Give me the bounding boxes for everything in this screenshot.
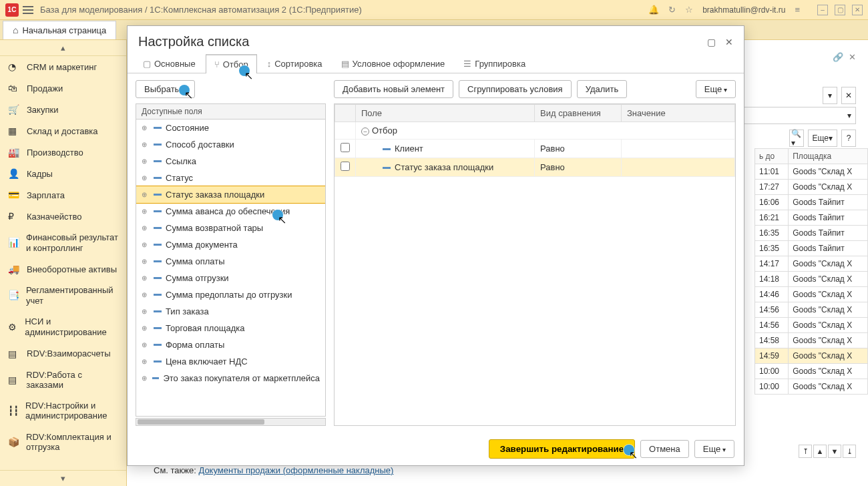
bg-row-4[interactable]: 16:35Goods Тайпит [755, 226, 868, 241]
nav-last-icon[interactable]: ⤓ [843, 445, 856, 458]
more-button-footer[interactable]: Еще [694, 440, 734, 458]
field-item-9[interactable]: ⊕Сумма отгрузки [136, 270, 325, 286]
nav-first-icon[interactable]: ⤒ [799, 445, 812, 458]
sidebar-item-10[interactable]: 📑Регламентированный учет [0, 280, 126, 311]
expand-icon[interactable]: ⊕ [142, 291, 150, 298]
bg-row-11[interactable]: 14:58Goods "Склад X [755, 333, 868, 348]
sidebar-item-9[interactable]: 🚚Внеоборотные активы [0, 258, 126, 280]
expand-icon[interactable]: ⊕ [142, 308, 150, 315]
bg-row-3[interactable]: 16:21Goods Тайпит [755, 210, 868, 226]
sidebar-item-11[interactable]: ⚙НСИ и администрирование [0, 311, 126, 342]
sidebar-collapse-down[interactable]: ▾ [0, 470, 126, 486]
cancel-button[interactable]: Отмена [640, 440, 689, 458]
link-icon[interactable]: 🔗 [833, 52, 843, 62]
dialog-maximize-icon[interactable]: ▢ [707, 37, 716, 47]
dialog-close-icon[interactable]: ✕ [725, 37, 733, 47]
bg-row-13[interactable]: 10:00Goods "Склад X [755, 364, 868, 379]
expand-icon[interactable]: ⊕ [142, 358, 150, 365]
filter-table[interactable]: Поле Вид сравнения Значение –Отбор [334, 103, 736, 426]
expand-icon[interactable]: ⊕ [142, 224, 150, 232]
expand-icon[interactable]: ⊕ [142, 141, 150, 148]
bg-row-1[interactable]: 17:27Goods "Склад X [755, 180, 868, 195]
filter-check-1[interactable] [341, 162, 350, 171]
bg-row-8[interactable]: 14:46Goods "Склад X [755, 287, 868, 302]
expand-icon[interactable]: ⊕ [142, 241, 150, 248]
hscrollbar[interactable] [136, 418, 326, 426]
filter-check-0[interactable] [341, 143, 350, 152]
tab-home[interactable]: ⌂ Начальная страница [3, 21, 116, 39]
expand-icon[interactable]: ⊕ [142, 375, 148, 382]
sidebar-item-5[interactable]: 👤Кадры [0, 163, 126, 184]
filter-col-field[interactable]: Поле [356, 105, 535, 122]
bg-row-2[interactable]: 16:06Goods Тайпит [755, 195, 868, 210]
field-item-10[interactable]: ⊕Сумма предоплаты до отгрузки [136, 286, 325, 303]
expand-icon[interactable]: ⊕ [142, 124, 150, 132]
bell-icon[interactable]: 🔔 [648, 5, 659, 15]
bg-row-9[interactable]: 14:56Goods "Склад X [755, 302, 868, 318]
filter-root-row[interactable]: –Отбор [335, 122, 735, 140]
history-icon[interactable]: ↻ [668, 5, 676, 15]
bg-row-6[interactable]: 14:17Goods "Склад X [755, 256, 868, 272]
field-item-12[interactable]: ⊕Торговая площадка [136, 320, 325, 336]
field-item-2[interactable]: ⊕Ссылка [136, 153, 325, 170]
sidebar-item-2[interactable]: 🛒Закупки [0, 99, 126, 120]
filter-row-1[interactable]: Статус заказа площадки Равно [335, 158, 735, 177]
more-button-right[interactable]: Еще [696, 80, 736, 98]
sidebar-item-3[interactable]: ▦Склад и доставка [0, 120, 126, 142]
filter-row-0[interactable]: Клиент Равно [335, 140, 735, 158]
sidebar-item-0[interactable]: ◔CRM и маркетинг [0, 56, 126, 77]
sidebar-item-1[interactable]: 🛍Продажи [0, 77, 126, 99]
bg-row-14[interactable]: 10:00Goods "Склад X [755, 379, 868, 395]
sidebar-collapse-up[interactable]: ▴ [0, 40, 126, 56]
finish-editing-button[interactable]: Завершить редактирование [489, 439, 635, 459]
tab-sort[interactable]: ↕Сортировка [258, 53, 331, 73]
maximize-icon[interactable]: ▢ [835, 5, 845, 15]
expand-icon[interactable]: ⊕ [142, 258, 150, 265]
sidebar-item-8[interactable]: 📊Финансовый результат и контроллинг [0, 227, 126, 258]
expand-icon[interactable]: ⊕ [142, 341, 150, 348]
bg-clear-btn[interactable]: ✕ [841, 87, 856, 104]
field-item-8[interactable]: ⊕Сумма оплаты [136, 253, 325, 270]
sidebar-item-6[interactable]: 💳Зарплата [0, 184, 126, 206]
field-item-15[interactable]: ⊕Это заказ покупателя от маркетплейса [136, 370, 325, 387]
nav-down-icon[interactable]: ▼ [828, 445, 841, 458]
field-item-13[interactable]: ⊕Форма оплаты [136, 336, 325, 353]
expand-icon[interactable]: ⊕ [142, 191, 150, 198]
bg-dropdown-1[interactable]: ▾ [823, 87, 837, 104]
field-item-3[interactable]: ⊕Статус [136, 170, 325, 186]
expand-icon[interactable]: ⊕ [142, 274, 150, 282]
group-conditions-button[interactable]: Сгруппировать условия [459, 80, 572, 98]
sidebar-item-7[interactable]: ₽Казначейство [0, 206, 126, 227]
close-page-icon[interactable]: ✕ [849, 52, 856, 62]
expand-icon[interactable]: ⊕ [142, 324, 150, 332]
expand-icon[interactable]: ⊕ [142, 158, 150, 165]
delete-button[interactable]: Удалить [577, 80, 628, 98]
field-item-0[interactable]: ⊕Состояние [136, 119, 325, 136]
field-item-4[interactable]: ⊕Статус заказа площадки [136, 186, 325, 203]
bg-col-site[interactable]: Площадка [789, 149, 868, 164]
bg-help-btn[interactable]: ? [841, 130, 856, 147]
sidebar-item-12[interactable]: ▤RDV:Взаиморасчеты [0, 343, 126, 364]
field-item-11[interactable]: ⊕Тип заказа [136, 303, 325, 320]
bg-row-7[interactable]: 14:18Goods "Склад X [755, 272, 868, 287]
collapse-icon[interactable]: – [361, 128, 369, 136]
bg-more-btn[interactable]: Еще ▾ [808, 130, 837, 147]
filter-col-compare[interactable]: Вид сравнения [535, 105, 622, 122]
field-item-5[interactable]: ⊕Сумма аванса до обеспечения [136, 203, 325, 220]
filter-col-value[interactable]: Значение [622, 105, 735, 122]
bg-col-time[interactable]: ь до [755, 149, 789, 164]
star-icon[interactable]: ☆ [685, 5, 693, 15]
bg-row-5[interactable]: 16:35Goods Тайпит [755, 241, 868, 256]
expand-icon[interactable]: ⊕ [142, 208, 150, 215]
bg-row-10[interactable]: 14:56Goods "Склад X [755, 318, 868, 333]
sidebar-item-14[interactable]: ┇┇RDV:Настройки и администрирование [0, 395, 126, 427]
sidebar-item-4[interactable]: 🏭Производство [0, 142, 126, 163]
options-icon[interactable]: ≡ [795, 5, 800, 15]
nav-up-icon[interactable]: ▲ [813, 445, 827, 458]
expand-icon[interactable]: ⊕ [142, 174, 150, 182]
add-element-button[interactable]: Добавить новый элемент [334, 80, 453, 98]
tab-cond[interactable]: ▤Условное оформление [333, 53, 454, 73]
tab-main[interactable]: ▢Основные [134, 53, 204, 73]
bg-row-12[interactable]: 14:59Goods "Склад X [755, 348, 868, 364]
bg-row-0[interactable]: 11:01Goods "Склад X [755, 164, 868, 180]
